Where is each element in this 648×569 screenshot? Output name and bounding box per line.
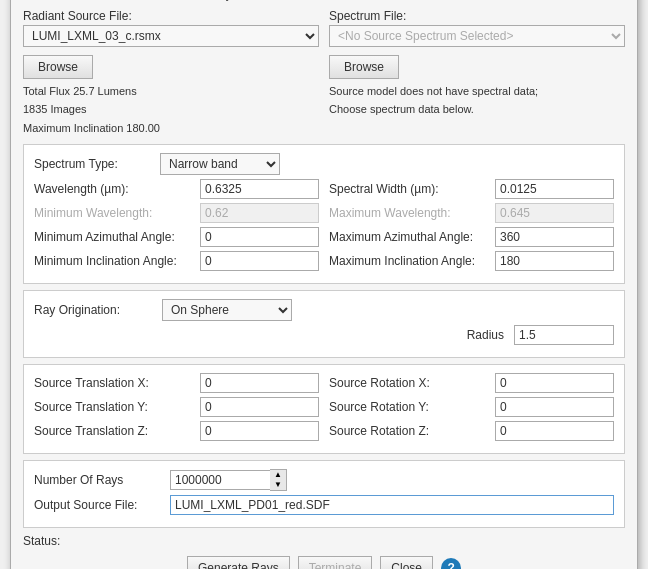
radiant-source-label: Radiant Source File: [23,9,319,23]
spectrum-type-label: Spectrum Type: [34,157,154,171]
num-rays-input-wrap: ▲ ▼ [170,469,287,491]
num-rays-increment[interactable]: ▲ [270,470,286,480]
spectrum-file-label: Spectrum File: [329,9,625,23]
min-wavelength-label: Minimum Wavelength: [34,206,194,220]
translation-z-row: Source Translation Z: Source Rotation Z: [34,421,614,441]
min-azimuthal-label: Minimum Azimuthal Angle: [34,230,194,244]
source-rotation-z-input[interactable] [495,421,614,441]
status-row: Status: [23,534,625,548]
output-file-label: Output Source File: [34,498,164,512]
spectrum-type-row: Spectrum Type: Narrow band [34,153,614,175]
top-section: Radiant Source File: LUMI_LXML_03_c.rsmx… [23,9,625,139]
radiant-source-section: Radiant Source File: LUMI_LXML_03_c.rsmx… [23,9,319,139]
status-label: Status: [23,534,60,548]
num-rays-decrement[interactable]: ▼ [270,480,286,490]
wavelength-input[interactable] [200,179,319,199]
wavelength-row: Wavelength (µm): Spectral Width (µm): [34,179,614,199]
spectrum-file-browse-button[interactable]: Browse [329,55,399,79]
azimuthal-row: Minimum Azimuthal Angle: Maximum Azimuth… [34,227,614,247]
translation-x-row: Source Translation X: Source Rotation X: [34,373,614,393]
radiant-source-browse-button[interactable]: Browse [23,55,93,79]
num-rays-spinner[interactable]: ▲ ▼ [270,469,287,491]
spectrum-file-select[interactable]: <No Source Spectrum Selected> [329,25,625,47]
translation-rotation-panel: Source Translation X: Source Rotation X:… [23,364,625,454]
spectrum-file-info1: Source model does not have spectral data… [329,83,625,100]
min-azimuthal-input[interactable] [200,227,319,247]
source-translation-x-input[interactable] [200,373,319,393]
terminate-button[interactable]: Terminate [298,556,373,569]
max-inclination-label: Maximum Inclination Angle: [329,254,489,268]
output-panel: Number Of Rays ▲ ▼ Output Source File: [23,460,625,528]
source-translation-y-input[interactable] [200,397,319,417]
min-max-wavelength-row: Minimum Wavelength: Maximum Wavelength: [34,203,614,223]
min-inclination-input[interactable] [200,251,319,271]
source-translation-x-label: Source Translation X: [34,376,194,390]
origination-row: Ray Origination: On Sphere [34,299,614,321]
source-rotation-z-label: Source Rotation Z: [329,424,489,438]
close-button[interactable]: Close [380,556,433,569]
source-rotation-y-input[interactable] [495,397,614,417]
radius-input[interactable] [514,325,614,345]
source-rotation-y-label: Source Rotation Y: [329,400,489,414]
spectrum-panel: Spectrum Type: Narrow band Wavelength (µ… [23,144,625,284]
radius-row: Radius [34,325,614,345]
spectrum-file-section: Spectrum File: <No Source Spectrum Selec… [329,9,625,139]
generate-rays-button[interactable]: Generate Rays [187,556,290,569]
min-inclination-label: Minimum Inclination Angle: [34,254,194,268]
radius-label: Radius [467,328,504,342]
dialog-title: Generate Radiant Source Model™ Rays [23,0,625,1]
output-file-row: Output Source File: [34,495,614,515]
source-translation-z-input[interactable] [200,421,319,441]
origination-select[interactable]: On Sphere [162,299,292,321]
source-translation-z-label: Source Translation Z: [34,424,194,438]
radiant-source-info2: 1835 Images [23,101,319,118]
radiant-source-info3: Maximum Inclination 180.00 [23,120,319,137]
max-wavelength-input [495,203,614,223]
spectral-width-label: Spectral Width (µm): [329,182,489,196]
max-wavelength-label: Maximum Wavelength: [329,206,489,220]
source-rotation-x-input[interactable] [495,373,614,393]
output-file-input[interactable] [170,495,614,515]
wavelength-label: Wavelength (µm): [34,182,194,196]
max-azimuthal-input[interactable] [495,227,614,247]
num-rays-row: Number Of Rays ▲ ▼ [34,469,614,491]
num-rays-input[interactable] [170,470,270,490]
spectrum-type-select[interactable]: Narrow band [160,153,280,175]
dialog: Generate Radiant Source Model™ Rays Radi… [10,0,638,569]
max-azimuthal-label: Maximum Azimuthal Angle: [329,230,489,244]
min-wavelength-input [200,203,319,223]
spectral-width-input[interactable] [495,179,614,199]
source-rotation-x-label: Source Rotation X: [329,376,489,390]
translation-y-row: Source Translation Y: Source Rotation Y: [34,397,614,417]
help-icon[interactable]: ? [441,558,461,569]
radiant-source-select[interactable]: LUMI_LXML_03_c.rsmx [23,25,319,47]
num-rays-label: Number Of Rays [34,473,164,487]
origination-label: Ray Origination: [34,303,154,317]
ray-origination-panel: Ray Origination: On Sphere Radius [23,290,625,358]
footer-buttons: Generate Rays Terminate Close ? [23,556,625,569]
source-translation-y-label: Source Translation Y: [34,400,194,414]
max-inclination-input[interactable] [495,251,614,271]
radiant-source-info1: Total Flux 25.7 Lumens [23,83,319,100]
inclination-row: Minimum Inclination Angle: Maximum Incli… [34,251,614,271]
spectrum-file-info2: Choose spectrum data below. [329,101,625,118]
